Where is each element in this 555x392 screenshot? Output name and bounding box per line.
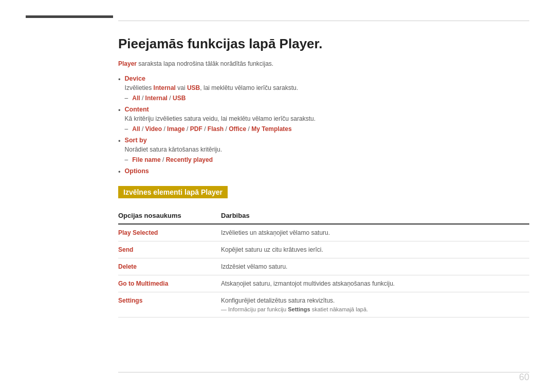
bullet-options: • Options (118, 167, 529, 176)
sub-item-content: – All / Video / Image / PDF / Flash / Of… (125, 125, 529, 133)
intro-highlight: Player (118, 60, 137, 67)
bullet-dot-sortby: • (118, 137, 121, 145)
option-play-selected: Play Selected (118, 224, 221, 241)
section-heading: Izvēlnes elementi lapā Player (118, 186, 228, 198)
sub-values-content: All / Video / Image / PDF / Flash / Offi… (132, 125, 291, 133)
sub-dash-sortby: – (125, 156, 128, 163)
intro-text: Player saraksta lapa nodrošina tālāk nor… (118, 59, 529, 69)
bullet-desc-content: Kā kritēriju izvēlieties satura veidu, l… (125, 114, 529, 123)
bullet-dot-device: • (118, 76, 121, 83)
bullet-content-options: Options (125, 167, 529, 176)
bullet-label-options: Options (125, 167, 529, 175)
action-go-to-multimedia: Atskaņojiet saturu, izmantojot multivide… (221, 275, 529, 292)
bullet-device: • Device Izvēlieties Internal vai USB, l… (118, 75, 529, 102)
sub-item-device: – All / Internal / USB (125, 95, 529, 102)
bullet-content-item: • Content Kā kritēriju izvēlieties satur… (118, 106, 529, 133)
action-send: Kopējiet saturu uz citu krātuves ierīci. (221, 241, 529, 258)
bullet-label-device: Device (125, 75, 529, 82)
top-bar (118, 21, 529, 21)
bullet-section: • Device Izvēlieties Internal vai USB, l… (118, 75, 529, 176)
option-go-to-multimedia: Go to Multimedia (118, 275, 221, 292)
page-number: 60 (519, 372, 529, 383)
bullet-label-sortby: Sort by (125, 137, 529, 144)
bullet-desc-sortby: Norādiet satura kārtošanas kritēriju. (125, 145, 529, 154)
top-bar-accent (26, 15, 113, 18)
option-settings: Settings (118, 292, 221, 318)
table-header-row: Opcijas nosaukums Darbibas (118, 209, 529, 224)
sub-values-device: All / Internal / USB (132, 95, 186, 102)
options-table: Opcijas nosaukums Darbibas Play Selected… (118, 209, 529, 318)
bullet-label-content: Content (125, 106, 529, 113)
action-settings: Konfigurējiet detalizētus satura rekvizī… (221, 292, 529, 318)
bullet-content-sortby: Sort by Norādiet satura kārtošanas kritē… (125, 137, 529, 163)
sub-values-sortby: File name / Recently played (132, 156, 213, 163)
sub-dash-content: – (125, 125, 128, 133)
bullet-dot-content: • (118, 106, 121, 114)
bullet-dot-options: • (118, 168, 121, 176)
page-title: Pieejamās funkcijas lapā Player. (118, 36, 529, 52)
option-send: Send (118, 241, 221, 258)
col-header-action: Darbibas (221, 209, 529, 224)
bullet-desc-device: Izvēlieties Internal vai USB, lai meklēt… (125, 83, 529, 92)
bottom-line (118, 372, 529, 372)
table-row-play-selected: Play Selected Izvēlieties un atskaņojiet… (118, 224, 529, 241)
sub-dash-device: – (125, 95, 128, 102)
table-row-send: Send Kopējiet saturu uz citu krātuves ie… (118, 241, 529, 258)
option-delete: Delete (118, 258, 221, 275)
bullet-sortby: • Sort by Norādiet satura kārtošanas kri… (118, 137, 529, 163)
settings-note: ― Informāciju par funkciju Settings skat… (221, 306, 529, 312)
action-play-selected: Izvēlieties un atskaņojiet vēlamo saturu… (221, 224, 529, 241)
col-header-option: Opcijas nosaukums (118, 209, 221, 224)
bullet-content-content: Content Kā kritēriju izvēlieties satura … (125, 106, 529, 133)
sub-item-sortby: – File name / Recently played (125, 156, 529, 163)
table-row-delete: Delete Izdzēsiet vēlamo saturu. (118, 258, 529, 275)
action-delete: Izdzēsiet vēlamo saturu. (221, 258, 529, 275)
settings-note-bold: Settings (288, 306, 310, 312)
main-content: Pieejamās funkcijas lapā Player. Player … (118, 31, 529, 366)
bullet-content-device: Device Izvēlieties Internal vai USB, lai… (125, 75, 529, 102)
table-row-settings: Settings Konfigurējiet detalizētus satur… (118, 292, 529, 318)
table-row-go-to-multimedia: Go to Multimedia Atskaņojiet saturu, izm… (118, 275, 529, 292)
page-container: Pieejamās funkcijas lapā Player. Player … (0, 0, 555, 392)
